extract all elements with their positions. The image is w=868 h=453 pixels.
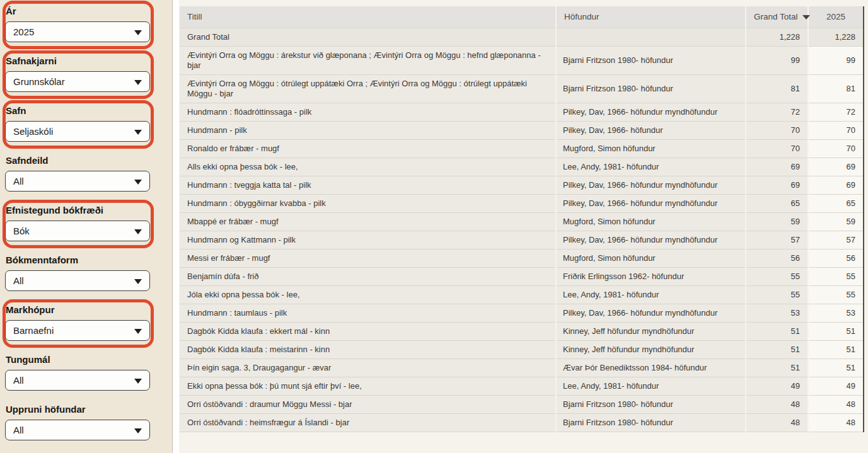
table-row: Mbappé er frábær - mugf Mugford, Simon h… [180, 212, 864, 231]
grand-total-cell: 48 [746, 413, 808, 432]
filter-selected-value: Bók [13, 226, 30, 236]
filter-label: Markhópur [6, 304, 150, 316]
author-cell: Mugford, Simon höfundur [556, 139, 746, 158]
grand-total-cell: 70 [746, 121, 808, 139]
author-cell: Pilkey, Dav, 1966- höfundur myndhöfundur [556, 194, 746, 212]
title-cell: Benjamín dúfa - frið [180, 267, 556, 285]
filter-sidebar: Ár 2025 Safnakjarni Grunnskólar Safn Sel… [0, 0, 173, 453]
filter-dropdown-safn[interactable]: Seljaskóli [5, 121, 150, 142]
title-cell: Ævintýri Orra og Möggu : ótrúlegt uppátæ… [180, 74, 556, 103]
title-cell: Hundmann : flóadróttinssaga - pilk [180, 103, 556, 121]
chevron-down-icon [134, 80, 142, 85]
year-2025-cell: 70 [808, 139, 864, 158]
chevron-down-icon [134, 279, 142, 284]
author-cell: Pilkey, Dav, 1966- höfundur myndhöfundur [556, 176, 746, 194]
table-row: Benjamín dúfa - frið Friðrik Erlingsson … [180, 267, 864, 285]
year-2025-cell: 49 [808, 377, 864, 395]
grand-total-cell: 51 [746, 322, 808, 340]
table-row: Messi er frábær - mugf Mugford, Simon hö… [180, 249, 864, 267]
filter-dropdown-safnakjarni[interactable]: Grunnskólar [5, 71, 150, 92]
chevron-down-icon [134, 180, 142, 185]
author-cell: Kinney, Jeff höfundur myndhöfundur [556, 322, 746, 340]
year-2025-cell: 48 [808, 395, 864, 413]
filter-group-efnistegund-bokfr-i: Efnistegund bókfræði Bók [5, 205, 150, 241]
column-header-hofundur[interactable]: Höfundur [556, 6, 746, 28]
author-cell: Pilkey, Dav, 1966- höfundur [556, 121, 746, 139]
filter-selected-value: All [13, 275, 24, 286]
filter-dropdown-ar[interactable]: 2025 [5, 21, 150, 42]
table-row: Hundmann og Kattmann - pilk Pilkey, Dav,… [180, 231, 864, 249]
grand-total-cell: 53 [746, 304, 808, 322]
table-row: Hundmann : flóadróttinssaga - pilk Pilke… [180, 103, 864, 121]
author-cell: Kinney, Jeff höfundur myndhöfundur [556, 340, 746, 358]
filter-dropdown-bokmenntaform[interactable]: All [5, 270, 150, 291]
filter-label: Safn [6, 105, 150, 117]
column-header-grand-total[interactable]: Grand Total [746, 6, 808, 28]
author-cell: Bjarni Fritzson 1980- höfundur [556, 74, 746, 103]
title-cell: Hundmann : óbyggðirnar kvabba - pilk [180, 194, 556, 212]
filter-group-uppruni-hofundar: Uppruni höfundar All [5, 404, 150, 440]
filter-selected-value: Barnaefni [13, 325, 54, 336]
grand-total-cell: 69 [746, 158, 808, 176]
filter-label: Uppruni höfundar [6, 404, 150, 415]
grand-total-cell: 51 [746, 340, 808, 358]
title-cell: Hundmann : tveggja katta tal - pilk [180, 176, 556, 194]
author-cell: Pilkey, Dav, 1966- höfundur myndhöfundur [556, 103, 746, 121]
author-cell: Lee, Andy, 1981- höfundur [556, 158, 746, 176]
table-row: Ævintýri Orra og Möggu : árekstur við gl… [180, 46, 864, 74]
column-header-2025[interactable]: 2025 [808, 6, 864, 28]
chevron-down-icon [134, 30, 142, 35]
filter-dropdown-safndeild[interactable]: All [5, 171, 150, 192]
year-2025-cell: 59 [808, 212, 864, 231]
filter-selected-value: Seljaskóli [13, 126, 53, 137]
column-header-grand-total-label: Grand Total [754, 12, 798, 21]
title-cell: Orri óstöðvandi : heimsfrægur á Íslandi … [180, 413, 556, 432]
title-cell: Jóla ekki opna þessa bók - lee, [180, 285, 556, 304]
filter-label: Efnistegund bókfræði [6, 205, 150, 216]
table-row: Orri óstöðvandi : heimsfrægur á Íslandi … [180, 413, 864, 432]
filter-dropdown-markhopur[interactable]: Barnaefni [5, 320, 150, 341]
year-2025-cell: 48 [808, 413, 864, 432]
year-2025-cell: 99 [808, 46, 864, 74]
title-cell: Dagbók Kidda klaufa : meistarinn - kinn [180, 340, 556, 358]
filter-dropdown-efnistegund-bokfr-i[interactable]: Bók [5, 221, 150, 241]
filter-dropdown-uppruni-hofundar[interactable]: All [5, 420, 150, 440]
grand-total-cell: 70 [746, 139, 808, 158]
table-row: Hundmann : tveggja katta tal - pilk Pilk… [180, 176, 864, 194]
year-2025-cell: 81 [808, 74, 864, 103]
filter-label: Safnakjarni [6, 55, 150, 67]
filter-list: Ár 2025 Safnakjarni Grunnskólar Safn Sel… [5, 6, 167, 440]
report-page: Ár 2025 Safnakjarni Grunnskólar Safn Sel… [0, 0, 868, 453]
grand-total-cell: 51 [746, 358, 808, 377]
filter-group-tungumal: Tungumál All [5, 354, 150, 391]
table-header: Titill Höfundur Grand Total 2025 [180, 6, 864, 28]
year-2025-cell: 55 [808, 267, 864, 285]
title-cell: Alls ekki opna þessa bók - lee, [180, 158, 556, 176]
author-cell: Pilkey, Dav, 1966- höfundur myndhöfundur [556, 304, 746, 322]
chevron-down-icon [134, 428, 142, 433]
author-cell: Bjarni Fritzson 1980- höfundur [556, 395, 746, 413]
title-cell: Ævintýri Orra og Möggu : árekstur við gl… [180, 46, 556, 74]
grand-total-cell: 65 [746, 194, 808, 212]
filter-label: Bókmenntaform [6, 255, 150, 266]
author-cell: Lee, Andy, 1981- höfundur [556, 285, 746, 304]
title-cell: Hundmann og Kattmann - pilk [180, 231, 556, 249]
author-cell: Mugford, Simon höfundur [556, 212, 746, 231]
column-header-titill[interactable]: Titill [180, 6, 556, 28]
grand-total-cell: 49 [746, 377, 808, 395]
filter-label: Tungumál [6, 354, 150, 365]
filter-selected-value: All [13, 176, 24, 186]
grand-total-cell: 69 [746, 176, 808, 194]
grand-total-2025-cell: 1,228 [808, 28, 864, 46]
chevron-down-icon [134, 379, 142, 384]
author-cell: Lee, Andy, 1981- höfundur [556, 377, 746, 395]
filter-dropdown-tungumal[interactable]: All [5, 370, 150, 391]
table-row: Jóla ekki opna þessa bók - lee, Lee, And… [180, 285, 864, 304]
grand-total-cell: 55 [746, 267, 808, 285]
filter-group-bokmenntaform: Bókmenntaform All [5, 255, 150, 291]
filter-label: Safndeild [6, 155, 150, 166]
grand-total-cell: 81 [746, 74, 808, 103]
author-cell: Pilkey, Dav, 1966- höfundur myndhöfundur [556, 231, 746, 249]
sort-descending-icon[interactable] [802, 15, 810, 20]
filter-group-safn: Safn Seljaskóli [5, 105, 150, 142]
